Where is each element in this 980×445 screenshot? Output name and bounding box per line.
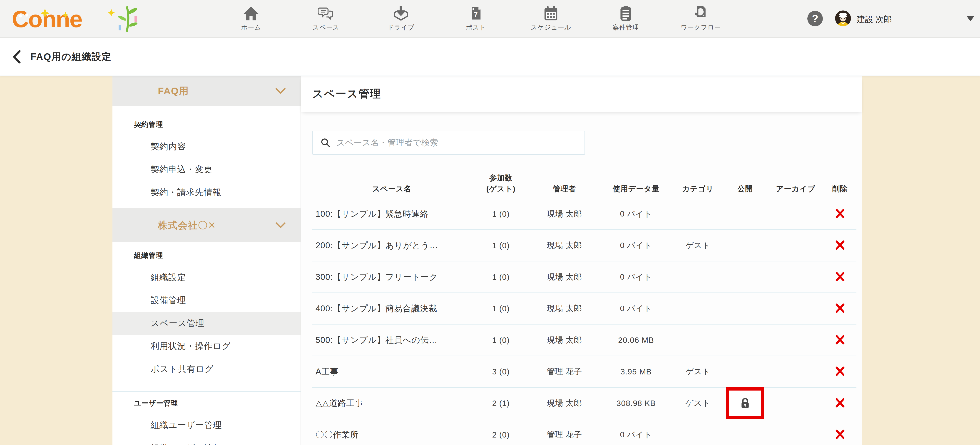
cell-space-name: △△道路工事 xyxy=(312,397,471,409)
workflow-icon xyxy=(692,5,710,22)
nav-item-home[interactable]: ホーム xyxy=(213,0,288,38)
x-icon xyxy=(835,271,845,282)
table-row: A工事 3 (0) 管理 花子 3.95 MB ゲスト xyxy=(312,356,856,388)
cell-manager: 管理 花子 xyxy=(530,366,598,377)
delete-button[interactable] xyxy=(835,366,846,377)
sidebar-section-header[interactable]: 株式会社〇✕ xyxy=(113,208,301,242)
x-icon xyxy=(835,334,845,345)
drive-icon xyxy=(392,5,410,22)
table-row: 100:【サンプル】緊急時連絡 1 (0) 現場 太郎 0 バイト xyxy=(312,198,856,230)
lock-icon[interactable] xyxy=(739,397,751,410)
sidebar-group-list: 契約内容契約申込・変更契約・請求先情報 xyxy=(113,135,301,208)
table-row: 400:【サンプル】簡易合議決裁 1 (0) 現場 太郎 0 バイト xyxy=(312,293,856,325)
cell-delete xyxy=(824,335,856,345)
cell-manager: 管理 花子 xyxy=(530,429,598,440)
cell-data-usage: 0 バイト xyxy=(598,429,673,440)
back-chevron-icon[interactable] xyxy=(12,50,21,64)
conne-logo[interactable]: Conne xyxy=(12,5,148,33)
svg-text:7: 7 xyxy=(474,11,478,18)
sidebar-group-label: 契約管理 xyxy=(134,120,301,130)
cell-data-usage: 0 バイト xyxy=(598,209,673,219)
table-row: 300:【サンプル】フリートーク 1 (0) 現場 太郎 0 バイト xyxy=(312,261,856,293)
delete-button[interactable] xyxy=(835,335,846,345)
sidebar-item-利用状況・操作ログ[interactable]: 利用状況・操作ログ xyxy=(113,335,301,358)
sidebar-item-契約・請求先情報[interactable]: 契約・請求先情報 xyxy=(113,181,301,204)
sidebar-group-list: 組織設定設備管理スペース管理利用状況・操作ログポスト共有ログ xyxy=(113,266,301,385)
help-button[interactable]: ? xyxy=(807,11,823,26)
table-row: 500:【サンプル】社員への伝… 1 (0) 現場 太郎 20.06 MB xyxy=(312,325,856,356)
sidebar-section-header[interactable]: FAQ用 xyxy=(113,76,301,106)
cell-public xyxy=(722,198,768,230)
nav-item-workflow[interactable]: ワークフロー xyxy=(663,0,738,38)
cell-participants: 1 (0) xyxy=(471,304,530,313)
cell-manager: 現場 太郎 xyxy=(530,335,598,345)
cell-data-usage: 0 バイト xyxy=(598,272,673,282)
x-icon xyxy=(835,366,845,377)
cell-delete xyxy=(824,240,856,251)
delete-button[interactable] xyxy=(835,303,846,314)
cell-participants: 2 (1) xyxy=(471,399,530,408)
cell-manager: 現場 太郎 xyxy=(530,303,598,314)
sidebar-item-契約内容[interactable]: 契約内容 xyxy=(113,135,301,158)
sidebar-item-スペース管理[interactable]: スペース管理 xyxy=(113,312,301,335)
table-header-row: スペース名参加数(ゲスト)管理者使用データ量カテゴリ公開アーカイブ削除 xyxy=(312,155,856,198)
delete-button[interactable] xyxy=(835,398,846,409)
table-body: 100:【サンプル】緊急時連絡 1 (0) 現場 太郎 0 バイト 200:【サ… xyxy=(312,198,856,445)
avatar[interactable] xyxy=(835,10,851,26)
highlight-box xyxy=(726,387,764,419)
delete-button[interactable] xyxy=(835,272,846,282)
delete-button[interactable] xyxy=(835,209,846,219)
table-row: 200:【サンプル】ありがとう… 1 (0) 現場 太郎 0 バイト ゲスト xyxy=(312,230,856,261)
cell-space-name: 100:【サンプル】緊急時連絡 xyxy=(312,208,471,220)
cell-delete xyxy=(824,366,856,377)
chevron-down-icon xyxy=(275,87,286,94)
cell-participants: 2 (0) xyxy=(471,430,530,439)
page-title: FAQ用の組織設定 xyxy=(30,51,111,63)
nav-item-space[interactable]: スペース xyxy=(288,0,363,38)
cell-category: ゲスト xyxy=(673,366,722,377)
space-icon xyxy=(317,5,335,22)
nav-item-case[interactable]: 案件管理 xyxy=(589,0,663,38)
table-row: 〇〇作業所 2 (0) 管理 花子 0 バイト xyxy=(312,419,856,445)
nav-item-post[interactable]: 7 ポスト xyxy=(438,0,514,38)
search-input[interactable] xyxy=(336,138,584,148)
column-header-data: 使用データ量 xyxy=(598,183,673,198)
x-icon xyxy=(835,397,845,409)
cell-participants: 1 (0) xyxy=(471,272,530,282)
user-name[interactable]: 建設 次郎 xyxy=(857,14,892,25)
sidebar-item-ポスト共有ログ[interactable]: ポスト共有ログ xyxy=(113,358,301,380)
cell-data-usage: 0 バイト xyxy=(598,303,673,314)
cell-public xyxy=(722,356,768,387)
schedule-icon xyxy=(542,5,560,22)
user-menu-caret-icon[interactable] xyxy=(967,16,974,21)
sidebar-item-設備管理[interactable]: 設備管理 xyxy=(113,289,301,312)
cell-public xyxy=(722,325,768,356)
cell-public xyxy=(722,230,768,261)
sidebar-item-組織ユーザー管理[interactable]: 組織ユーザー管理 xyxy=(113,414,301,437)
sidebar-item-契約申込・変更[interactable]: 契約申込・変更 xyxy=(113,158,301,181)
cell-participants: 3 (0) xyxy=(471,367,530,376)
column-header-delete: 削除 xyxy=(824,183,856,198)
sidebar-item-組織設定[interactable]: 組織設定 xyxy=(113,266,301,289)
content-area: FAQ用 契約管理契約内容契約申込・変更契約・請求先情報 株式会社〇✕ 組織管理… xyxy=(0,76,980,445)
x-icon xyxy=(835,240,845,251)
cell-public xyxy=(722,388,768,419)
cell-public xyxy=(722,419,768,445)
cell-data-usage: 3.95 MB xyxy=(598,367,673,376)
nav-item-schedule[interactable]: スケジュール xyxy=(514,0,589,38)
section-title: スペース管理 xyxy=(312,87,381,101)
cell-space-name: A工事 xyxy=(312,366,471,377)
cell-public xyxy=(722,261,768,293)
sidebar-item-組織ユーザー追加[interactable]: 組織ユーザー追加 xyxy=(113,437,301,445)
delete-button[interactable] xyxy=(835,240,846,251)
breadcrumb: FAQ用の組織設定 xyxy=(0,38,980,76)
chevron-down-icon xyxy=(275,222,286,229)
cell-manager: 現場 太郎 xyxy=(530,209,598,219)
cell-space-name: 400:【サンプル】簡易合議決裁 xyxy=(312,303,471,314)
cell-participants: 1 (0) xyxy=(471,209,530,219)
sidebar-section: 株式会社〇✕ 組織管理組織設定設備管理スペース管理利用状況・操作ログポスト共有ロ… xyxy=(113,208,301,445)
x-icon xyxy=(835,303,845,314)
nav-item-drive[interactable]: ドライブ xyxy=(363,0,438,38)
delete-button[interactable] xyxy=(835,429,846,440)
main-panel: スペース管理 スペース名参加数(ゲスト)管理者使用データ量カテゴリ公開アーカイブ… xyxy=(301,76,862,445)
